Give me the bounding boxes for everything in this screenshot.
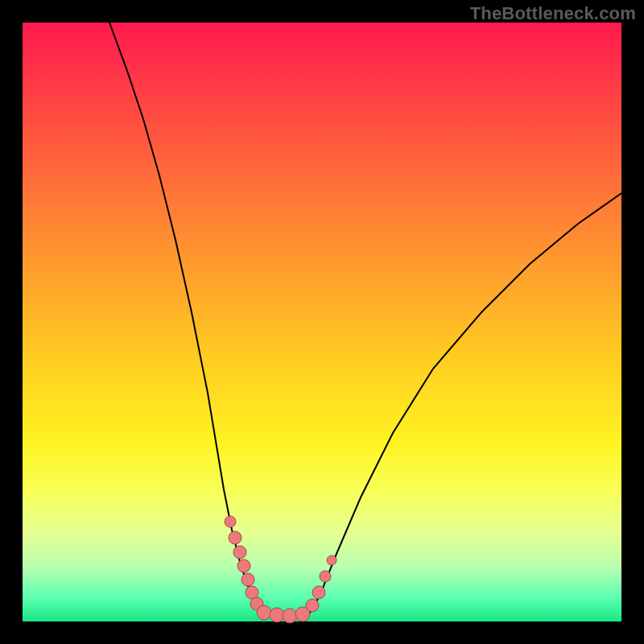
bead bbox=[233, 546, 246, 559]
bead bbox=[306, 599, 319, 612]
bead bbox=[242, 573, 254, 586]
bead bbox=[283, 609, 297, 623]
bead bbox=[320, 571, 331, 582]
bead bbox=[312, 586, 325, 599]
bead bbox=[225, 516, 236, 527]
curve-layer bbox=[23, 23, 621, 621]
bead bbox=[270, 608, 284, 622]
bead bbox=[237, 559, 250, 572]
bead bbox=[257, 605, 271, 620]
watermark-text: TheBottleneck.com bbox=[470, 3, 636, 24]
curve-right bbox=[311, 193, 621, 612]
bead bbox=[327, 555, 336, 565]
beads-group bbox=[225, 516, 336, 623]
curve-left bbox=[109, 23, 261, 612]
chart-frame: TheBottleneck.com bbox=[0, 0, 644, 644]
plot-area bbox=[23, 23, 621, 621]
bead bbox=[229, 531, 242, 544]
